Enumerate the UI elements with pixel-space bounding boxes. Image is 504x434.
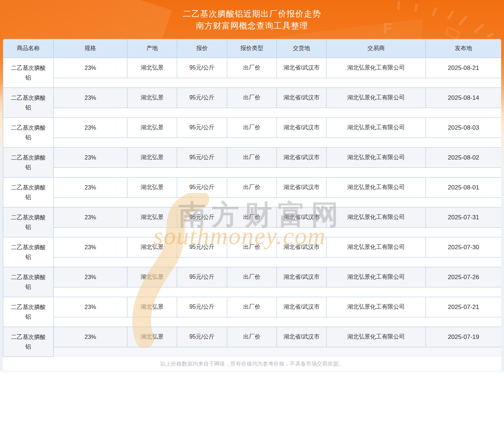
table-row: 二乙基次膦酸铝23%湖北弘景95元/公斤出厂价湖北省/武汉市湖北弘景化工有限公司… — [3, 267, 501, 287]
cell-publish-date: 2025-08-21 — [426, 58, 501, 78]
cell-price-type: 出厂价 — [227, 88, 277, 108]
cell-spec: 23% — [54, 178, 127, 198]
cell-price: 95元/公斤 — [177, 118, 227, 138]
cell-trader: 湖北弘景化工有限公司 — [327, 237, 426, 258]
cell-origin: 湖北弘景 — [127, 118, 177, 138]
cell-product-name: 二乙基次膦酸铝 — [3, 58, 54, 88]
cell-price: 95元/公斤 — [177, 237, 227, 258]
spacer-row — [3, 287, 501, 297]
page-subtitle: 南方财富网概念查询工具整理 — [0, 20, 504, 32]
cell-product-name: 二乙基次膦酸铝 — [3, 267, 54, 297]
table-row: 二乙基次膦酸铝23%湖北弘景95元/公斤出厂价湖北省/武汉市湖北弘景化工有限公司… — [3, 118, 501, 138]
page: F 二乙基次膦酸铝近期出厂价报价走势 南方财富网概念查询工具整理 商品名称规格产… — [0, 0, 504, 434]
spacer-row — [3, 347, 501, 357]
cell-publish-date: 2025-08-02 — [426, 148, 501, 168]
cell-delivery-place: 湖北省/武汉市 — [277, 118, 327, 138]
cell-product-name: 二乙基次膦酸铝 — [3, 118, 54, 148]
cell-delivery-place: 湖北省/武汉市 — [277, 88, 327, 108]
spacer-row — [3, 138, 501, 148]
cell-origin: 湖北弘景 — [127, 297, 177, 317]
cell-spec: 23% — [54, 237, 127, 258]
cell-product-name: 二乙基次膦酸铝 — [3, 88, 54, 118]
column-header-7: 交易商 — [327, 39, 426, 58]
spacer-row — [3, 258, 501, 267]
cell-publish-date: 2025-07-26 — [426, 267, 501, 287]
cell-price-type: 出厂价 — [227, 327, 277, 347]
cell-spec: 23% — [54, 267, 127, 287]
price-table: 商品名称规格产地报价报价类型交货地交易商发布地 二乙基次膦酸铝23%湖北弘景95… — [3, 39, 501, 357]
cell-spec: 23% — [54, 88, 127, 108]
cell-publish-date: 2025-07-30 — [426, 237, 501, 258]
column-header-1: 商品名称 — [3, 39, 54, 58]
cell-trader: 湖北弘景化工有限公司 — [327, 267, 426, 287]
spacer-cell — [54, 108, 501, 118]
cell-trader: 湖北弘景化工有限公司 — [327, 58, 426, 78]
cell-price-type: 出厂价 — [227, 267, 277, 287]
cell-price-type: 出厂价 — [227, 148, 277, 168]
cell-price: 95元/公斤 — [177, 148, 227, 168]
table-row: 二乙基次膦酸铝23%湖北弘景95元/公斤出厂价湖北省/武汉市湖北弘景化工有限公司… — [3, 327, 501, 347]
cell-origin: 湖北弘景 — [127, 237, 177, 258]
cell-publish-date: 2025-07-19 — [426, 327, 501, 347]
cell-delivery-place: 湖北省/武汉市 — [277, 207, 327, 228]
column-header-3: 产地 — [127, 39, 177, 58]
cell-origin: 湖北弘景 — [127, 148, 177, 168]
table-row: 二乙基次膦酸铝23%湖北弘景95元/公斤出厂价湖北省/武汉市湖北弘景化工有限公司… — [3, 178, 501, 198]
page-header: 二乙基次膦酸铝近期出厂价报价走势 南方财富网概念查询工具整理 — [0, 0, 504, 39]
cell-origin: 湖北弘景 — [127, 327, 177, 347]
cell-origin: 湖北弘景 — [127, 207, 177, 228]
spacer-cell — [54, 317, 501, 327]
spacer-cell — [54, 258, 501, 267]
column-header-6: 交货地 — [277, 39, 327, 58]
cell-spec: 23% — [54, 58, 127, 78]
disclaimer-text: 以上价格数据均来自于网络，所有价格均为参考价格，不具备市场交易依据。 — [3, 357, 501, 371]
cell-product-name: 二乙基次膦酸铝 — [3, 237, 54, 267]
cell-origin: 湖北弘景 — [127, 58, 177, 78]
cell-price-type: 出厂价 — [227, 58, 277, 78]
table-row: 二乙基次膦酸铝23%湖北弘景95元/公斤出厂价湖北省/武汉市湖北弘景化工有限公司… — [3, 297, 501, 317]
cell-product-name: 二乙基次膦酸铝 — [3, 327, 54, 357]
cell-price-type: 出厂价 — [227, 118, 277, 138]
column-header-5: 报价类型 — [227, 39, 277, 58]
page-title: 二乙基次膦酸铝近期出厂价报价走势 — [0, 8, 504, 20]
table-row: 二乙基次膦酸铝23%湖北弘景95元/公斤出厂价湖北省/武汉市湖北弘景化工有限公司… — [3, 148, 501, 168]
spacer-row — [3, 168, 501, 178]
table-header-row: 商品名称规格产地报价报价类型交货地交易商发布地 — [3, 39, 501, 58]
column-header-2: 规格 — [54, 39, 127, 58]
cell-price-type: 出厂价 — [227, 207, 277, 228]
cell-origin: 湖北弘景 — [127, 178, 177, 198]
cell-price: 95元/公斤 — [177, 178, 227, 198]
cell-delivery-place: 湖北省/武汉市 — [277, 237, 327, 258]
cell-price: 95元/公斤 — [177, 207, 227, 228]
cell-price: 95元/公斤 — [177, 297, 227, 317]
cell-product-name: 二乙基次膦酸铝 — [3, 178, 54, 207]
spacer-cell — [54, 168, 501, 178]
cell-product-name: 二乙基次膦酸铝 — [3, 297, 54, 327]
cell-delivery-place: 湖北省/武汉市 — [277, 178, 327, 198]
spacer-cell — [54, 347, 501, 357]
spacer-row — [3, 228, 501, 237]
cell-trader: 湖北弘景化工有限公司 — [327, 148, 426, 168]
cell-publish-date: 2025-08-14 — [426, 88, 501, 108]
cell-spec: 23% — [54, 118, 127, 138]
spacer-cell — [54, 198, 501, 207]
cell-origin: 湖北弘景 — [127, 267, 177, 287]
cell-trader: 湖北弘景化工有限公司 — [327, 207, 426, 228]
cell-publish-date: 2025-08-03 — [426, 118, 501, 138]
cell-spec: 23% — [54, 207, 127, 228]
cell-delivery-place: 湖北省/武汉市 — [277, 267, 327, 287]
cell-product-name: 二乙基次膦酸铝 — [3, 207, 54, 237]
column-header-8: 发布地 — [426, 39, 501, 58]
cell-trader: 湖北弘景化工有限公司 — [327, 118, 426, 138]
cell-price: 95元/公斤 — [177, 58, 227, 78]
table-row: 二乙基次膦酸铝23%湖北弘景95元/公斤出厂价湖北省/武汉市湖北弘景化工有限公司… — [3, 58, 501, 78]
cell-spec: 23% — [54, 327, 127, 347]
cell-price: 95元/公斤 — [177, 267, 227, 287]
cell-delivery-place: 湖北省/武汉市 — [277, 297, 327, 317]
cell-price-type: 出厂价 — [227, 178, 277, 198]
cell-price-type: 出厂价 — [227, 297, 277, 317]
cell-spec: 23% — [54, 297, 127, 317]
spacer-cell — [54, 228, 501, 237]
price-table-card: 商品名称规格产地报价报价类型交货地交易商发布地 二乙基次膦酸铝23%湖北弘景95… — [3, 39, 501, 371]
column-header-4: 报价 — [177, 39, 227, 58]
